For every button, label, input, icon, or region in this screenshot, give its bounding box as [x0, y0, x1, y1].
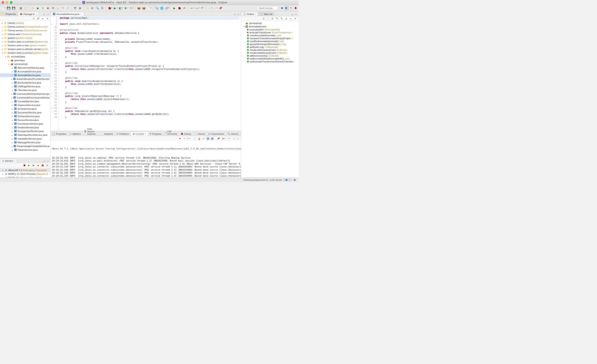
- remove-all-button[interactable]: ✕✕: [187, 137, 190, 140]
- java-file[interactable]: ▸🅹EntrepotService.java: [0, 114, 50, 118]
- records-button[interactable]: ▦: [18, 6, 23, 10]
- bottom-tab-call-hierarchy[interactable]: ⇢Call Hierarchy: [163, 130, 179, 136]
- outline-method[interactable]: modifierAnomalie(Anomalie) : void: [241, 40, 298, 43]
- new-button[interactable]: 📄: [1, 6, 5, 10]
- debug-button[interactable]: 🐞: [107, 6, 112, 10]
- server-clean-button[interactable]: ⊟: [45, 164, 49, 167]
- minimize-view-button[interactable]: ▭: [42, 159, 46, 163]
- word-wrap-button[interactable]: ↩: [202, 137, 205, 140]
- java-file[interactable]: ▸🅹CommandeEntrepotService.jav: [0, 92, 50, 96]
- java-file[interactable]: ▸🅹CommandeFournisseurService: [0, 96, 50, 100]
- server-item[interactable]: ▸🖥WildFly 8.x [Stopped, Republish]: [0, 176, 50, 177]
- java-file[interactable]: ▸🅹BonSortieService.java: [0, 81, 50, 85]
- new-server-button[interactable]: 🖥: [78, 6, 82, 10]
- display-console-button[interactable]: 🖥: [221, 137, 225, 140]
- show-on-stderr-button[interactable]: ▦: [210, 137, 214, 140]
- outline-method[interactable]: mesAnosDeclarees(User) : Collection: [241, 48, 298, 51]
- java-file[interactable]: ▸🅹AuthentificationProviderService: [0, 77, 50, 81]
- outline-tab[interactable]: 📋Outline ×: [241, 12, 258, 16]
- search-button[interactable]: 🔍: [154, 6, 158, 10]
- java-file[interactable]: ▸🅹MessageService.java: [0, 141, 50, 144]
- package-item[interactable]: ▸📦generique: [0, 58, 50, 62]
- debug-last-button[interactable]: 🐞: [177, 6, 181, 10]
- project-item[interactable]: ▸📁Clients-common [Clients/Clients-comm: [0, 25, 50, 29]
- bottom-tab-properties[interactable]: 📋Properties: [51, 132, 68, 136]
- maximize-editor-button[interactable]: □: [237, 13, 240, 16]
- remove-launch-button[interactable]: ✕: [182, 137, 186, 140]
- next-annotation-button[interactable]: ➡: [195, 6, 199, 10]
- bottom-tab-progress[interactable]: ⟳Progress: [148, 132, 163, 136]
- back-button[interactable]: ←: [207, 6, 212, 10]
- outline-method[interactable]: setAnomalieDAO(IAnomalieDAO) : void: [241, 57, 298, 60]
- editor-tab[interactable]: 🅹AnomalieService.java ×: [51, 12, 84, 16]
- show-on-stdout-button[interactable]: ▦: [206, 137, 210, 140]
- code-area[interactable]: package servicesImpl; import java.util.C…: [58, 16, 241, 131]
- wand-button[interactable]: ✨: [85, 6, 90, 10]
- maximize-view-button[interactable]: □: [46, 13, 49, 16]
- scroll-lock-button[interactable]: 🔒: [197, 137, 201, 140]
- java-file[interactable]: ▸🅹DepenseService.java: [0, 103, 50, 107]
- step-into-button[interactable]: ↘: [55, 6, 60, 10]
- mac-maximize-button[interactable]: [10, 1, 12, 4]
- line-gutter[interactable]: 12⊕316171819202122⊖23▵24252627⊖28▵293031…: [51, 16, 58, 131]
- jpa-button[interactable]: 🔗: [164, 6, 169, 10]
- outline-method[interactable]: mesAnosAttribuees(User) : Collection: [241, 51, 298, 54]
- java-file[interactable]: ▸🅹ChiffrageService.java: [0, 85, 50, 88]
- run-button[interactable]: ▶: [113, 6, 117, 10]
- skip-breakpoint-button[interactable]: ▷: [31, 6, 35, 10]
- outline-method[interactable]: setAnomalieTransformer(IGenericTransforn: [241, 60, 298, 63]
- minimize-editor-button[interactable]: ▭: [233, 13, 236, 16]
- pin-console-button[interactable]: 📌: [217, 137, 220, 140]
- open-console-button[interactable]: 📄: [226, 137, 230, 140]
- java-file[interactable]: ▸🅹ComptaService.java: [0, 100, 50, 103]
- java-file[interactable]: ▸🅹DocumentService.java: [0, 111, 50, 114]
- minimize-view-button[interactable]: ▭: [232, 137, 236, 140]
- new-package-button[interactable]: 📦: [136, 6, 141, 10]
- hide-local-button[interactable]: ●: [289, 17, 293, 21]
- outline-method[interactable]: getById(Long) : VOAnomalie: [241, 46, 298, 48]
- server-item[interactable]: ▸🖥JBoss AS 7.1 [Debugging, Republish]: [0, 168, 50, 172]
- java-perspective-button[interactable]: ☕: [289, 6, 293, 10]
- server-start-button[interactable]: ▶: [27, 164, 31, 167]
- step-return-button[interactable]: ↗: [65, 6, 70, 10]
- open-perspective-button[interactable]: ▦: [280, 6, 284, 10]
- java-file[interactable]: ▸🅹ImputationService.java: [0, 137, 50, 141]
- project-item[interactable]: ▸📁Gestion-web-co-common [gestion mas: [0, 40, 50, 44]
- project-item[interactable]: ▸📁Gestion-web-co-elfinder-servlet [gesti…: [0, 47, 50, 51]
- bottom-tab-expressions[interactable]: x=Expressions: [207, 132, 226, 136]
- source-folder[interactable]: ▾📂src/main/java: [0, 55, 50, 58]
- external-tools-button[interactable]: ⚙: [129, 6, 133, 10]
- step-over-button[interactable]: ↷: [61, 6, 65, 10]
- bottom-tab-data-source-explorer[interactable]: 🗄Data Source Explorer: [83, 127, 99, 136]
- hide-nonpublic-button[interactable]: ●: [284, 17, 288, 21]
- bottom-tab-debug[interactable]: 🐞Debug: [179, 132, 193, 136]
- forward-button[interactable]: →: [213, 6, 217, 10]
- collapse-all-button[interactable]: ⊟: [32, 17, 35, 21]
- bottom-tab-search[interactable]: 🔍Search: [226, 132, 240, 136]
- java-file[interactable]: ▸🅹AnomalieService.java: [0, 73, 50, 77]
- quick-access-input[interactable]: [257, 6, 278, 10]
- coverage-button[interactable]: ◧: [118, 6, 123, 10]
- java-file[interactable]: ▸🅹AbonnementService.java: [0, 66, 50, 70]
- java-file[interactable]: ▸🅹ParamService.java: [0, 148, 50, 152]
- focus-active-button[interactable]: ⊙: [262, 17, 265, 21]
- run-server-button[interactable]: 🖥: [123, 6, 128, 10]
- outline-class[interactable]: ▾CAnomalieService: [241, 25, 298, 28]
- bottom-tab-console[interactable]: 🖥Console ×: [131, 132, 148, 136]
- terminate-button[interactable]: ■: [46, 6, 50, 10]
- link-editor-button[interactable]: 🔗: [36, 17, 40, 21]
- servers-list[interactable]: ▸🖥JBoss AS 7.1 [Debugging, Republish]▸🖥W…: [0, 168, 50, 177]
- focus-button[interactable]: ●: [41, 17, 45, 21]
- build-button[interactable]: ⚒: [73, 6, 77, 10]
- explore-button[interactable]: 🔍: [95, 6, 100, 10]
- type-hierarchy-button[interactable]: ☰: [100, 6, 104, 10]
- java-file[interactable]: ▸🅹GestionService.java: [0, 126, 50, 129]
- project-explorer-tab[interactable]: 📁Project Ex: [0, 12, 18, 16]
- package-explorer-tab[interactable]: 📦Package E ×: [18, 12, 39, 16]
- debug-perspective-button[interactable]: 🐞: [293, 6, 298, 10]
- pin-button[interactable]: 📌: [218, 6, 223, 10]
- package-item[interactable]: ▾📦servicesImpl: [0, 62, 50, 66]
- cursor-button[interactable]: ⬚: [24, 6, 28, 10]
- server-debug-button[interactable]: 🐞: [23, 164, 26, 167]
- mac-close-button[interactable]: [2, 1, 4, 4]
